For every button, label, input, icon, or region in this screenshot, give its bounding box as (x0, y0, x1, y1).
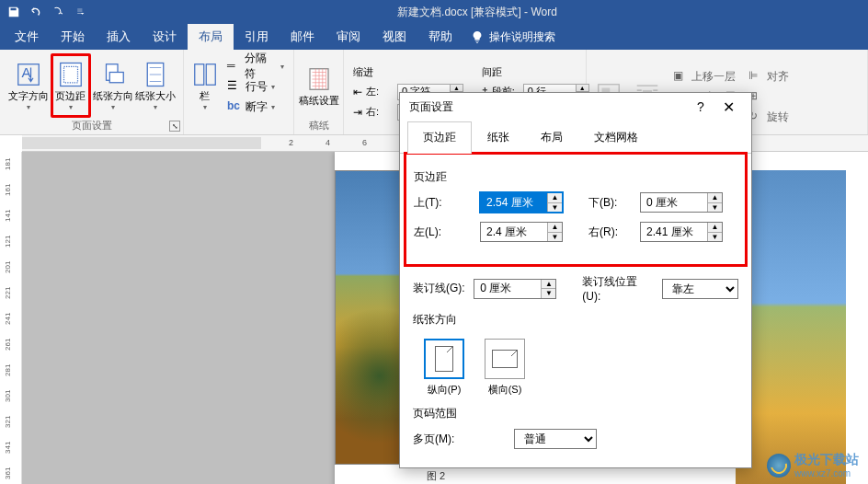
lightbulb-icon (471, 30, 484, 43)
text-direction-icon: A (15, 61, 42, 88)
bring-forward-button: ▣上移一层 (669, 67, 739, 86)
undo-button[interactable] (26, 2, 46, 22)
image-caption: 图 2 (390, 469, 482, 484)
dialog-help-button[interactable]: ? (687, 99, 714, 114)
multi-pages-select[interactable]: 普通 (514, 429, 597, 449)
svg-rect-5 (109, 72, 123, 82)
margin-left-input[interactable] (481, 223, 547, 241)
dialog-title: 页面设置 (409, 99, 687, 115)
page-setup-dialog: 页面设置 ? ✕ 页边距 纸张 布局 文档网格 页边距 上(T): ▲▼ 下(B… (399, 92, 752, 468)
manuscript-group: 稿纸设置 稿纸 (294, 50, 344, 134)
watermark-name: 极光下载站 (794, 452, 859, 468)
margin-bottom-input[interactable] (641, 193, 707, 212)
margins-button[interactable]: 页边距▾ (51, 53, 91, 118)
margin-bottom-spinner[interactable]: ▲▼ (640, 192, 723, 213)
quick-access-toolbar (4, 2, 90, 22)
page-setup-dialog-launcher[interactable]: ⤡ (169, 121, 180, 132)
manuscript-button[interactable]: 稿纸设置 (299, 53, 339, 118)
dialog-body: 页边距 上(T): ▲▼ 下(B): ▲▼ 左(L): ▲▼ 右(R): ▲▼ … (400, 154, 751, 467)
size-button[interactable]: 纸张大小▾ (135, 53, 176, 118)
manuscript-group-label: 稿纸 (294, 119, 343, 133)
tab-mailings[interactable]: 邮件 (280, 24, 326, 50)
indent-label: 缩进 (353, 65, 463, 79)
tab-view[interactable]: 视图 (371, 24, 417, 50)
qat-customize-button[interactable] (70, 2, 90, 22)
vertical-ruler[interactable]: 181 161 141 121 201 221 241 261 281 301 … (0, 152, 22, 484)
gutter-label: 装订线(G): (413, 281, 466, 296)
margins-icon (57, 61, 85, 88)
margin-right-input[interactable] (641, 223, 707, 241)
align-button: ⊫对齐 (745, 67, 793, 86)
gutter-spinner[interactable]: ▲▼ (474, 279, 556, 299)
margin-right-spinner[interactable]: ▲▼ (640, 222, 723, 242)
tab-insert[interactable]: 插入 (96, 24, 142, 50)
ribbon-tabs: 文件 开始 插入 设计 布局 引用 邮件 审阅 视图 帮助 操作说明搜索 (0, 24, 868, 50)
hyphenation-button[interactable]: bc断字▾ (223, 98, 288, 116)
indent-right-icon: ⇥ (353, 106, 362, 119)
gutter-input[interactable] (474, 280, 541, 298)
bring-forward-icon: ▣ (673, 69, 688, 84)
multi-pages-label: 多页(M): (413, 432, 472, 447)
columns-icon (191, 61, 219, 88)
margin-left-spinner[interactable]: ▲▼ (480, 222, 563, 242)
page-setup-group: A 文字方向▾ 页边距▾ 纸张方向▾ 纸张大小▾ 页面设置 ⤡ (0, 50, 184, 134)
margin-right-label: 右(R): (588, 225, 633, 240)
page-setup-group-label: 页面设置 (0, 119, 183, 133)
save-button[interactable] (4, 2, 24, 22)
line-numbers-button[interactable]: ☰行号▾ (223, 77, 288, 96)
spacing-label: 间距 (482, 65, 589, 79)
landscape-icon (492, 350, 518, 368)
columns-button[interactable]: 栏▾ (189, 53, 220, 118)
gutter-pos-select[interactable]: 靠左 (662, 279, 738, 299)
orientation-icon (99, 61, 127, 88)
tab-help[interactable]: 帮助 (417, 24, 463, 50)
tab-layout[interactable]: 布局 (188, 24, 234, 50)
redo-button[interactable] (48, 2, 68, 22)
hyphenation-icon: bc (227, 99, 242, 114)
margin-top-label: 上(T): (414, 195, 473, 211)
pages-section-label: 页码范围 (413, 406, 738, 421)
dialog-close-button[interactable]: ✕ (714, 98, 742, 116)
watermark-url: www.xz7.com (794, 468, 859, 478)
indent-left-icon: ⇤ (353, 86, 362, 98)
margin-top-input[interactable] (481, 193, 547, 212)
orientation-portrait[interactable]: 纵向(P) (420, 335, 468, 400)
tab-design[interactable]: 设计 (142, 24, 188, 50)
orientation-landscape[interactable]: 横向(S) (481, 335, 529, 400)
margin-top-spinner[interactable]: ▲▼ (480, 192, 563, 213)
title-bar: 新建文档.docx [兼容模式] - Word (0, 0, 868, 24)
dialog-tab-layout[interactable]: 布局 (525, 121, 578, 154)
dialog-tab-grid[interactable]: 文档网格 (578, 121, 654, 154)
manuscript-icon (305, 65, 333, 93)
watermark: 极光下载站 www.xz7.com (767, 452, 859, 478)
portrait-icon (435, 346, 453, 372)
dialog-tabs: 页边距 纸张 布局 文档网格 (400, 121, 751, 154)
tell-me-label: 操作说明搜索 (489, 29, 555, 45)
tab-references[interactable]: 引用 (234, 24, 280, 50)
text-direction-button[interactable]: A 文字方向▾ (8, 53, 49, 118)
dialog-tab-paper[interactable]: 纸张 (472, 121, 525, 154)
spin-up[interactable]: ▲ (548, 193, 562, 203)
inserted-image-right[interactable] (736, 170, 846, 484)
line-numbers-icon: ☰ (227, 79, 242, 94)
tab-file[interactable]: 文件 (4, 24, 50, 50)
align-icon: ⊫ (748, 69, 763, 84)
spin-down[interactable]: ▼ (548, 203, 562, 213)
tab-home[interactable]: 开始 (50, 24, 96, 50)
margins-section-label: 页边距 (414, 169, 737, 185)
svg-text:A: A (21, 63, 30, 79)
window-title: 新建文档.docx [兼容模式] - Word (90, 5, 864, 20)
breaks-button[interactable]: ═分隔符▾ (223, 57, 288, 75)
margin-bottom-label: 下(B): (588, 195, 633, 211)
tell-me-search[interactable]: 操作说明搜索 (471, 29, 555, 45)
gutter-pos-label: 装订线位置(U): (582, 274, 654, 303)
margin-left-label: 左(L): (414, 225, 473, 240)
spin-up[interactable]: ▲ (451, 85, 463, 93)
dialog-titlebar[interactable]: 页面设置 ? ✕ (400, 93, 751, 121)
margins-highlight-box: 页边距 上(T): ▲▼ 下(B): ▲▼ 左(L): ▲▼ 右(R): ▲▼ (404, 152, 748, 267)
svg-rect-8 (206, 63, 215, 85)
orientation-button[interactable]: 纸张方向▾ (93, 53, 133, 118)
dialog-tab-margins[interactable]: 页边距 (407, 121, 472, 154)
tab-review[interactable]: 审阅 (326, 24, 371, 50)
breaks-icon: ═ (227, 59, 241, 74)
